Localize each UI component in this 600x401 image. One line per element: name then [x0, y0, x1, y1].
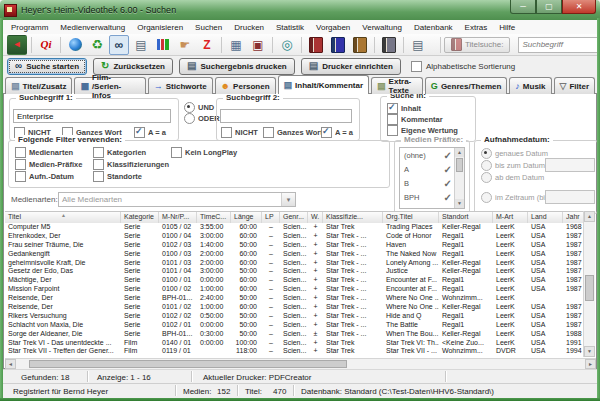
table-row[interactable]: Rikers VersuchungSerie0102 / 020:50:0050… [5, 312, 585, 321]
column-header-w[interactable]: W. [308, 212, 323, 223]
checkbox-box[interactable] [387, 103, 398, 114]
qi-logo-icon[interactable]: Qi [36, 35, 56, 55]
print-icon[interactable]: ▤ [131, 35, 151, 55]
table-row[interactable]: Schlacht von Maxia, DieSerie0102 / 010:0… [5, 321, 585, 330]
table-row[interactable]: Gesetz der Edo, DasSerie0101 / 043:00:00… [5, 267, 585, 276]
date-input[interactable] [545, 158, 595, 172]
table-row[interactable]: Sorge der Aldeaner, DieSerieBPH-01...0:3… [5, 330, 585, 339]
checkbox-box[interactable] [93, 159, 104, 170]
titelsuche-input[interactable] [518, 37, 600, 53]
checkbox-box[interactable] [221, 127, 232, 138]
table-row[interactable]: GedankengiftSerie0100 / 032:00:0060:00–S… [5, 250, 585, 259]
scroll-thumb[interactable] [456, 158, 463, 172]
filter-keinlongplay-checkbox[interactable]: Kein LongPlay [171, 147, 237, 158]
menu-item-vorgaben[interactable]: Vorgaben [310, 23, 356, 32]
column-header-kategorie[interactable]: Kategorie [121, 212, 159, 223]
close-button[interactable]: ✕ [562, 0, 596, 14]
tab-genres-themen[interactable]: GGenres/Themen [425, 77, 507, 94]
alphabetische-sortierung-checkbox[interactable]: Alphabetische Sortierung [411, 61, 515, 72]
scroll-thumb[interactable] [585, 275, 594, 301]
column-header-standort[interactable]: Standort [439, 212, 493, 223]
checkbox-box[interactable] [15, 171, 26, 182]
aufnahmedatum-biszumdatum-radio[interactable]: bis zum Datum [481, 160, 545, 171]
checkbox-box[interactable] [93, 171, 104, 182]
media-edit-icon[interactable] [350, 35, 370, 55]
column-header-lnge[interactable]: Länge [231, 212, 262, 223]
media-save-icon[interactable] [306, 35, 326, 55]
operator-und-radio[interactable]: UND [184, 102, 214, 113]
tab-extra-texte[interactable]: ▤Extra-Texte [371, 77, 423, 94]
drucker-einrichten-button[interactable]: ▤ Drucker einrichten [301, 58, 401, 75]
radio-dot[interactable] [481, 160, 492, 171]
table-row[interactable]: Star Trek VII - Treffen der Gener...Film… [5, 347, 585, 356]
chevron-down-icon[interactable]: ▾ [281, 193, 295, 206]
checkbox-box[interactable] [411, 61, 422, 72]
table-row[interactable]: Mission FarpointSerie0100 / 021:00:0060:… [5, 285, 585, 294]
suchergebnis-drucken-button[interactable]: ▤ Suchergebnis drucken [179, 58, 295, 75]
table-row[interactable]: Star Trek VI - Das unentdeckte ...Film01… [5, 339, 585, 348]
checkbox-box[interactable] [134, 127, 145, 138]
filter-medienarten-checkbox[interactable]: Medienarten [15, 147, 73, 158]
statistics-icon[interactable] [153, 35, 173, 55]
tab-inhalt-kommentar[interactable]: ▤Inhalt/Kommentar [278, 75, 370, 94]
maximize-button[interactable]: ▢ [536, 0, 562, 14]
filter-medienpräfixe-checkbox[interactable]: Medien-Präfixe [15, 159, 82, 170]
tv-icon[interactable]: ▣ [248, 35, 268, 55]
refresh-icon[interactable]: ♻ [87, 35, 107, 55]
aufnahmedatum-genauesdatum-radio[interactable]: genaues Datum [481, 148, 548, 159]
filter-kategorien-checkbox[interactable]: Kategorien [93, 147, 146, 158]
menu-item-medienverwaltung[interactable]: Medienverwaltung [54, 23, 131, 32]
title-bar[interactable]: Heyer's Heim-Videothek 6.00 - Suchen ─ ▢… [0, 0, 600, 20]
column-header-land[interactable]: Land [528, 212, 563, 223]
menu-item-organisieren[interactable]: Organisieren [131, 23, 189, 32]
column-header-mart[interactable]: M-Art [493, 212, 528, 223]
menu-item-drucken[interactable]: Drucken [228, 23, 270, 32]
scroll-up-icon[interactable]: ▲ [584, 211, 595, 222]
table-vertical-scrollbar[interactable]: ▲ ▼ [583, 211, 595, 357]
praefixe-scrollbar[interactable]: ▲ ▼ [454, 148, 464, 208]
table-row[interactable]: geheimnisvolle Kraft, DieSerie0101 / 032… [5, 259, 585, 268]
tab-personen[interactable]: ☻Personen [215, 77, 276, 94]
menu-item-verwaltung[interactable]: Verwaltung [356, 23, 408, 32]
scroll-up-icon[interactable]: ▲ [455, 148, 464, 157]
tab-titel-zusatz[interactable]: ▤Titel/Zusatz [5, 77, 72, 94]
tab-stichworte[interactable]: →Stichworte [148, 77, 213, 94]
radio-dot[interactable] [481, 192, 492, 203]
checkbox-box[interactable] [15, 147, 26, 158]
scroll-right-icon[interactable]: ► [585, 359, 596, 369]
radio-dot[interactable] [481, 148, 492, 159]
loan-icon[interactable]: ☛ [175, 35, 195, 55]
praefixe-list[interactable]: (ohne)✓A✓B✓BPH✓ ▲ ▼ [399, 147, 465, 209]
menu-item-statistik[interactable]: Statistik [270, 23, 310, 32]
scroll-left-icon[interactable]: ◄ [5, 359, 16, 369]
print-export-icon[interactable]: ▤ [408, 35, 428, 55]
checkbox-box[interactable] [15, 159, 26, 170]
table-row[interactable]: Mächtige, DerSerie0100 / 010:00:0060:00–… [5, 276, 585, 285]
vorgaben-icon[interactable]: Z [197, 35, 217, 55]
checkbox-box[interactable] [387, 114, 398, 125]
search-icon[interactable]: ∞ [109, 35, 129, 55]
titelsuche-button[interactable]: Titelsuche: [444, 37, 510, 53]
suchbegriff1-input[interactable] [13, 109, 171, 123]
checkbox-box[interactable] [263, 127, 274, 138]
table-row[interactable]: Frau seiner Träume, DieSerie0102 / 031:4… [5, 241, 585, 250]
checkbox-box[interactable] [171, 147, 182, 158]
suchbegriff2-gross-klein-checkbox[interactable]: A = a [321, 127, 353, 138]
menu-item-programm[interactable]: Programm [3, 23, 54, 32]
suchbegriff1-gross-klein-checkbox[interactable]: A = a [134, 127, 166, 138]
table-row[interactable]: Computer M5Serie0105 / 023:55:0060:00–Sc… [5, 223, 585, 232]
menu-item-hilfe[interactable]: Hilfe [493, 23, 521, 32]
exit-icon[interactable]: ◄ [7, 35, 27, 55]
web-icon[interactable] [65, 35, 85, 55]
scroll-thumb[interactable] [29, 360, 347, 368]
radio-dot[interactable] [184, 102, 195, 113]
column-header-timec[interactable]: TimeC... [197, 212, 231, 223]
table-row[interactable]: Star Trek VIII - Der erste Kon...Film014… [5, 356, 585, 357]
column-header-mnrp[interactable]: M-Nr/P... [159, 212, 197, 223]
suche-starten-button[interactable]: ∞ Suche starten [7, 58, 87, 75]
suchbegriff2-nicht-checkbox[interactable]: NICHT [221, 127, 258, 138]
calendar-icon[interactable]: ▦ [226, 35, 246, 55]
checkbox-box[interactable] [321, 127, 332, 138]
suche-in-inhalt-checkbox[interactable]: Inhalt [387, 103, 421, 114]
cd-icon[interactable]: ◎ [277, 35, 297, 55]
